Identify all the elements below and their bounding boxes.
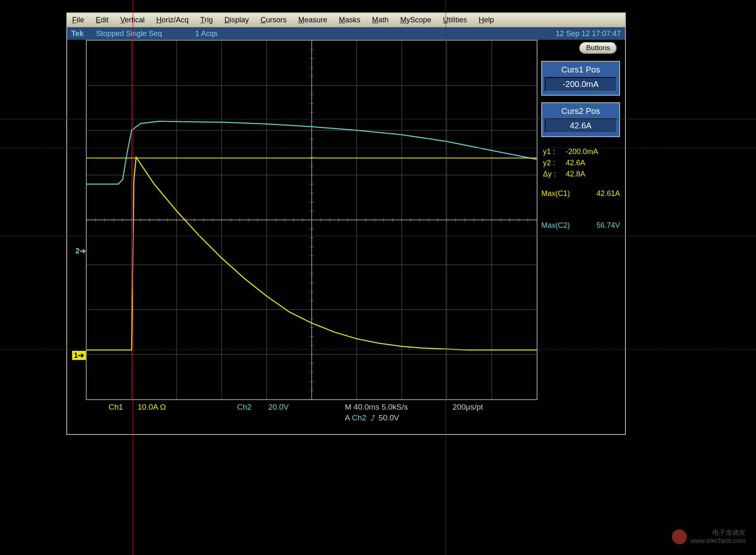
rising-edge-icon: ⭜ xyxy=(368,413,376,422)
oscilloscope-window: FileEditVerticalHoriz/AcqTrigDisplayCurs… xyxy=(66,12,626,435)
ch2-label[interactable]: Ch2 xyxy=(237,403,252,412)
status-bar: Tek Stopped Single Seq 1 Acqs 12 Sep 12 … xyxy=(67,27,625,40)
menu-masks[interactable]: Masks xyxy=(339,16,361,24)
meas-c2-label: Max(C2) xyxy=(541,221,570,230)
watermark-logo-icon xyxy=(672,529,687,544)
trigger-readout: A Ch2 ⭜ 50.0V xyxy=(345,413,399,422)
dy-label: Δy : xyxy=(543,169,566,180)
menu-math[interactable]: Math xyxy=(372,16,389,24)
menu-myscope[interactable]: MyScope xyxy=(400,16,431,24)
timebase-label: M 40.0ms 5.0kS/s xyxy=(345,403,408,412)
watermark-text-2: www.elecfans.com xyxy=(691,537,746,545)
acquisition-state: Stopped Single Seq xyxy=(96,29,162,38)
annotation-dashed-line-2 xyxy=(0,349,756,350)
menu-trig[interactable]: Trig xyxy=(200,16,213,24)
menu-measure[interactable]: Measure xyxy=(298,16,327,24)
y2-value: 42.6A xyxy=(566,157,585,169)
watermark: 电子发烧友 www.elecfans.com xyxy=(672,528,746,545)
sample-interval: 200μs/pt xyxy=(453,403,483,412)
cursor1-panel[interactable]: Curs1 Pos -200.0mA xyxy=(541,61,620,96)
cursor-v2-line[interactable] xyxy=(446,0,446,555)
meas-c1-value: 42.61A xyxy=(596,189,620,198)
measurements: Max(C1)42.61A Max(C2)56.74V xyxy=(541,188,620,231)
y2-label: y2 : xyxy=(543,157,566,169)
meas-c2-value: 56.74V xyxy=(596,221,620,230)
graticule-svg xyxy=(87,41,537,399)
ch1-ground-marker[interactable]: 1➔ xyxy=(72,351,86,360)
ch2-ground-marker[interactable]: 2➔ xyxy=(75,246,86,256)
cursor2-panel[interactable]: Curs2 Pos 42.6A xyxy=(541,102,620,137)
menu-help[interactable]: Help xyxy=(479,16,494,24)
watermark-text-1: 电子发烧友 xyxy=(691,528,746,537)
cursor1-title: Curs1 Pos xyxy=(545,65,617,75)
cursor-h1-line[interactable] xyxy=(0,119,756,119)
cursor1-value[interactable]: -200.0mA xyxy=(545,77,617,92)
brand-label: Tek xyxy=(71,29,84,38)
buttons-button[interactable]: Buttons xyxy=(579,42,617,54)
annotation-dashed-line-1 xyxy=(0,148,756,148)
cursor-v1-line[interactable] xyxy=(133,0,133,555)
cursor-h2-line[interactable] xyxy=(0,236,756,236)
datetime-label: 12 Sep 12 17:07:47 xyxy=(556,29,621,38)
menu-utilities[interactable]: Utilities xyxy=(443,16,467,24)
cursor-readouts: y1 :-200.0mA y2 :42.6A Δy :42.8A xyxy=(541,144,620,182)
side-panel: Curs1 Pos -200.0mA Curs2 Pos 42.6A y1 :-… xyxy=(541,61,620,231)
menu-file[interactable]: File xyxy=(72,16,84,24)
ch2-scale: 20.0V xyxy=(268,403,289,412)
dy-value: 42.8A xyxy=(566,169,585,180)
acquisitions-count: 1 Acqs xyxy=(195,29,218,38)
cursor2-value[interactable]: 42.6A xyxy=(545,118,617,133)
channel-scale-bar: Ch1 10.0A Ω Ch2 20.0V M 40.0ms 5.0kS/s 2… xyxy=(92,403,540,427)
ch1-scale: 10.0A Ω xyxy=(138,403,166,412)
menu-horizacq[interactable]: Horiz/Acq xyxy=(156,16,189,24)
menu-display[interactable]: Display xyxy=(224,16,249,24)
ch1-label[interactable]: Ch1 xyxy=(109,403,123,412)
menubar: FileEditVerticalHoriz/AcqTrigDisplayCurs… xyxy=(67,13,625,27)
waveform-graticule[interactable] xyxy=(86,40,538,400)
menu-edit[interactable]: Edit xyxy=(96,16,109,24)
meas-c1-label: Max(C1) xyxy=(541,189,570,198)
menu-cursors[interactable]: Cursors xyxy=(260,16,286,24)
cursor2-title: Curs2 Pos xyxy=(545,106,617,116)
